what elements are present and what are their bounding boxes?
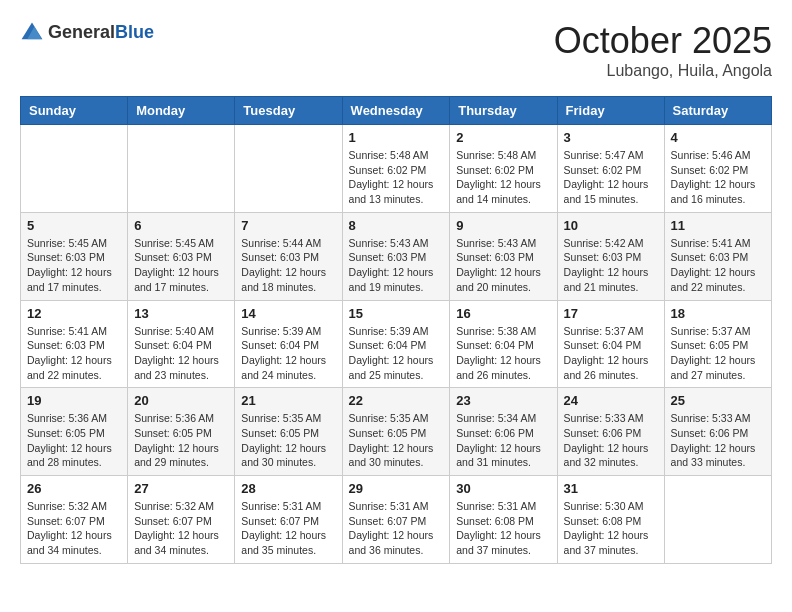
- day-info: Sunrise: 5:42 AM Sunset: 6:03 PM Dayligh…: [564, 236, 658, 295]
- day-info: Sunrise: 5:44 AM Sunset: 6:03 PM Dayligh…: [241, 236, 335, 295]
- calendar-cell: 10Sunrise: 5:42 AM Sunset: 6:03 PM Dayli…: [557, 212, 664, 300]
- calendar-cell: [664, 476, 771, 564]
- day-info: Sunrise: 5:37 AM Sunset: 6:05 PM Dayligh…: [671, 324, 765, 383]
- day-number: 13: [134, 306, 228, 321]
- day-number: 17: [564, 306, 658, 321]
- calendar-cell: 2Sunrise: 5:48 AM Sunset: 6:02 PM Daylig…: [450, 125, 557, 213]
- day-info: Sunrise: 5:36 AM Sunset: 6:05 PM Dayligh…: [27, 411, 121, 470]
- month-title: October 2025: [554, 20, 772, 62]
- day-number: 16: [456, 306, 550, 321]
- week-row-2: 5Sunrise: 5:45 AM Sunset: 6:03 PM Daylig…: [21, 212, 772, 300]
- day-info: Sunrise: 5:31 AM Sunset: 6:07 PM Dayligh…: [349, 499, 444, 558]
- day-info: Sunrise: 5:38 AM Sunset: 6:04 PM Dayligh…: [456, 324, 550, 383]
- calendar-cell: 23Sunrise: 5:34 AM Sunset: 6:06 PM Dayli…: [450, 388, 557, 476]
- calendar-cell: 21Sunrise: 5:35 AM Sunset: 6:05 PM Dayli…: [235, 388, 342, 476]
- logo: GeneralBlue: [20, 20, 154, 44]
- day-number: 18: [671, 306, 765, 321]
- day-info: Sunrise: 5:43 AM Sunset: 6:03 PM Dayligh…: [349, 236, 444, 295]
- page-header: GeneralBlue October 2025 Lubango, Huila,…: [20, 20, 772, 80]
- calendar-cell: 14Sunrise: 5:39 AM Sunset: 6:04 PM Dayli…: [235, 300, 342, 388]
- calendar-cell: 7Sunrise: 5:44 AM Sunset: 6:03 PM Daylig…: [235, 212, 342, 300]
- calendar-cell: 12Sunrise: 5:41 AM Sunset: 6:03 PM Dayli…: [21, 300, 128, 388]
- title-area: October 2025 Lubango, Huila, Angola: [554, 20, 772, 80]
- calendar-cell: 26Sunrise: 5:32 AM Sunset: 6:07 PM Dayli…: [21, 476, 128, 564]
- day-info: Sunrise: 5:32 AM Sunset: 6:07 PM Dayligh…: [134, 499, 228, 558]
- day-info: Sunrise: 5:35 AM Sunset: 6:05 PM Dayligh…: [241, 411, 335, 470]
- calendar-cell: 3Sunrise: 5:47 AM Sunset: 6:02 PM Daylig…: [557, 125, 664, 213]
- week-row-3: 12Sunrise: 5:41 AM Sunset: 6:03 PM Dayli…: [21, 300, 772, 388]
- calendar-cell: 18Sunrise: 5:37 AM Sunset: 6:05 PM Dayli…: [664, 300, 771, 388]
- day-info: Sunrise: 5:33 AM Sunset: 6:06 PM Dayligh…: [671, 411, 765, 470]
- week-row-4: 19Sunrise: 5:36 AM Sunset: 6:05 PM Dayli…: [21, 388, 772, 476]
- day-number: 10: [564, 218, 658, 233]
- weekday-header-wednesday: Wednesday: [342, 97, 450, 125]
- day-info: Sunrise: 5:32 AM Sunset: 6:07 PM Dayligh…: [27, 499, 121, 558]
- day-info: Sunrise: 5:45 AM Sunset: 6:03 PM Dayligh…: [134, 236, 228, 295]
- day-number: 30: [456, 481, 550, 496]
- day-number: 2: [456, 130, 550, 145]
- day-number: 31: [564, 481, 658, 496]
- day-number: 19: [27, 393, 121, 408]
- day-info: Sunrise: 5:47 AM Sunset: 6:02 PM Dayligh…: [564, 148, 658, 207]
- day-info: Sunrise: 5:36 AM Sunset: 6:05 PM Dayligh…: [134, 411, 228, 470]
- weekday-header-tuesday: Tuesday: [235, 97, 342, 125]
- day-number: 5: [27, 218, 121, 233]
- calendar-cell: 28Sunrise: 5:31 AM Sunset: 6:07 PM Dayli…: [235, 476, 342, 564]
- day-number: 29: [349, 481, 444, 496]
- day-number: 24: [564, 393, 658, 408]
- calendar-cell: 24Sunrise: 5:33 AM Sunset: 6:06 PM Dayli…: [557, 388, 664, 476]
- day-number: 28: [241, 481, 335, 496]
- calendar-table: SundayMondayTuesdayWednesdayThursdayFrid…: [20, 96, 772, 564]
- day-info: Sunrise: 5:46 AM Sunset: 6:02 PM Dayligh…: [671, 148, 765, 207]
- week-row-5: 26Sunrise: 5:32 AM Sunset: 6:07 PM Dayli…: [21, 476, 772, 564]
- weekday-header-row: SundayMondayTuesdayWednesdayThursdayFrid…: [21, 97, 772, 125]
- day-info: Sunrise: 5:40 AM Sunset: 6:04 PM Dayligh…: [134, 324, 228, 383]
- day-number: 7: [241, 218, 335, 233]
- day-info: Sunrise: 5:33 AM Sunset: 6:06 PM Dayligh…: [564, 411, 658, 470]
- calendar-cell: 30Sunrise: 5:31 AM Sunset: 6:08 PM Dayli…: [450, 476, 557, 564]
- calendar-cell: 29Sunrise: 5:31 AM Sunset: 6:07 PM Dayli…: [342, 476, 450, 564]
- calendar-cell: 8Sunrise: 5:43 AM Sunset: 6:03 PM Daylig…: [342, 212, 450, 300]
- calendar-cell: 15Sunrise: 5:39 AM Sunset: 6:04 PM Dayli…: [342, 300, 450, 388]
- day-info: Sunrise: 5:35 AM Sunset: 6:05 PM Dayligh…: [349, 411, 444, 470]
- day-info: Sunrise: 5:31 AM Sunset: 6:08 PM Dayligh…: [456, 499, 550, 558]
- day-info: Sunrise: 5:45 AM Sunset: 6:03 PM Dayligh…: [27, 236, 121, 295]
- day-number: 6: [134, 218, 228, 233]
- day-number: 9: [456, 218, 550, 233]
- weekday-header-saturday: Saturday: [664, 97, 771, 125]
- weekday-header-sunday: Sunday: [21, 97, 128, 125]
- calendar-cell: 13Sunrise: 5:40 AM Sunset: 6:04 PM Dayli…: [128, 300, 235, 388]
- day-info: Sunrise: 5:43 AM Sunset: 6:03 PM Dayligh…: [456, 236, 550, 295]
- day-info: Sunrise: 5:34 AM Sunset: 6:06 PM Dayligh…: [456, 411, 550, 470]
- calendar-cell: 11Sunrise: 5:41 AM Sunset: 6:03 PM Dayli…: [664, 212, 771, 300]
- logo-blue: Blue: [115, 22, 154, 42]
- weekday-header-monday: Monday: [128, 97, 235, 125]
- day-info: Sunrise: 5:48 AM Sunset: 6:02 PM Dayligh…: [456, 148, 550, 207]
- week-row-1: 1Sunrise: 5:48 AM Sunset: 6:02 PM Daylig…: [21, 125, 772, 213]
- calendar-cell: 27Sunrise: 5:32 AM Sunset: 6:07 PM Dayli…: [128, 476, 235, 564]
- calendar-cell: [128, 125, 235, 213]
- calendar-cell: 16Sunrise: 5:38 AM Sunset: 6:04 PM Dayli…: [450, 300, 557, 388]
- calendar-cell: 20Sunrise: 5:36 AM Sunset: 6:05 PM Dayli…: [128, 388, 235, 476]
- calendar-cell: 6Sunrise: 5:45 AM Sunset: 6:03 PM Daylig…: [128, 212, 235, 300]
- day-info: Sunrise: 5:41 AM Sunset: 6:03 PM Dayligh…: [27, 324, 121, 383]
- logo-general: General: [48, 22, 115, 42]
- calendar-cell: [235, 125, 342, 213]
- day-number: 3: [564, 130, 658, 145]
- day-number: 14: [241, 306, 335, 321]
- day-number: 4: [671, 130, 765, 145]
- calendar-cell: 9Sunrise: 5:43 AM Sunset: 6:03 PM Daylig…: [450, 212, 557, 300]
- weekday-header-friday: Friday: [557, 97, 664, 125]
- calendar-cell: 17Sunrise: 5:37 AM Sunset: 6:04 PM Dayli…: [557, 300, 664, 388]
- day-number: 27: [134, 481, 228, 496]
- day-info: Sunrise: 5:48 AM Sunset: 6:02 PM Dayligh…: [349, 148, 444, 207]
- day-info: Sunrise: 5:39 AM Sunset: 6:04 PM Dayligh…: [349, 324, 444, 383]
- day-info: Sunrise: 5:41 AM Sunset: 6:03 PM Dayligh…: [671, 236, 765, 295]
- day-number: 26: [27, 481, 121, 496]
- calendar-cell: 5Sunrise: 5:45 AM Sunset: 6:03 PM Daylig…: [21, 212, 128, 300]
- day-number: 20: [134, 393, 228, 408]
- day-number: 1: [349, 130, 444, 145]
- day-number: 15: [349, 306, 444, 321]
- day-info: Sunrise: 5:39 AM Sunset: 6:04 PM Dayligh…: [241, 324, 335, 383]
- calendar-cell: 22Sunrise: 5:35 AM Sunset: 6:05 PM Dayli…: [342, 388, 450, 476]
